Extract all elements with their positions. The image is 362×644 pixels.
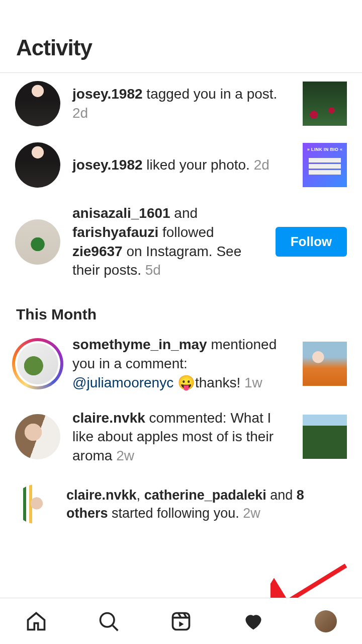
activity-text: anisazali_1601 and farishyafauzi followe…	[72, 204, 263, 280]
timestamp: 2d	[72, 105, 88, 121]
timestamp: 1w	[244, 375, 262, 390]
activity-row[interactable]: somethyme_in_may mentioned you in a comm…	[0, 327, 362, 400]
svg-rect-3	[173, 613, 190, 629]
timestamp: 2w	[116, 448, 134, 463]
mention-link[interactable]: @juliamoorenyc	[72, 375, 173, 390]
post-thumbnail[interactable]	[303, 342, 347, 386]
reels-icon[interactable]	[169, 609, 193, 633]
avatar[interactable]	[15, 81, 60, 126]
bottom-nav	[0, 598, 362, 644]
username[interactable]: farishyafauzi	[72, 224, 158, 240]
search-icon[interactable]	[97, 609, 121, 633]
svg-line-2	[113, 625, 118, 630]
username[interactable]: zie9637	[72, 244, 123, 259]
svg-point-1	[101, 613, 115, 627]
avatar[interactable]	[15, 414, 60, 459]
username[interactable]: claire.nvkk	[72, 410, 145, 426]
username[interactable]: claire.nvkk	[66, 488, 137, 503]
avatar[interactable]	[15, 341, 60, 386]
activity-row[interactable]: anisazali_1601 and farishyafauzi followe…	[0, 196, 362, 288]
activity-row[interactable]: josey.1982 liked your photo. 2d	[0, 134, 362, 196]
avatar[interactable]	[15, 219, 60, 265]
username[interactable]: josey.1982	[72, 86, 143, 102]
activity-text: claire.nvkk, catherine_padaleki and 8 ot…	[66, 486, 347, 523]
timestamp: 2w	[243, 506, 260, 521]
activity-text: somethyme_in_may mentioned you in a comm…	[72, 335, 291, 392]
activity-text: josey.1982 tagged you in a post. 2d	[72, 85, 291, 123]
username[interactable]: somethyme_in_may	[72, 337, 207, 352]
post-thumbnail[interactable]	[303, 82, 347, 126]
username[interactable]: catherine_padaleki	[144, 488, 266, 503]
activity-text: josey.1982 liked your photo. 2d	[72, 155, 291, 175]
timestamp: 5d	[145, 262, 161, 278]
page-title: Activity	[0, 0, 362, 72]
emoji: 😛	[177, 375, 195, 390]
home-icon[interactable]	[24, 609, 48, 633]
activity-feed: josey.1982 tagged you in a post. 2d jose…	[0, 73, 362, 532]
post-thumbnail[interactable]	[303, 143, 347, 187]
post-thumbnail[interactable]	[303, 415, 347, 459]
activity-text: claire.nvkk commented: What I like about…	[72, 409, 291, 465]
activity-row[interactable]: claire.nvkk, catherine_padaleki and 8 ot…	[0, 473, 362, 532]
profile-avatar[interactable]	[314, 609, 338, 633]
username[interactable]: josey.1982	[72, 157, 143, 173]
activity-row[interactable]: claire.nvkk commented: What I like about…	[0, 400, 362, 473]
activity-row[interactable]: josey.1982 tagged you in a post. 2d	[0, 73, 362, 134]
activity-icon[interactable]	[241, 609, 265, 633]
section-header: This Month	[0, 288, 362, 327]
avatar[interactable]	[15, 142, 60, 188]
follow-button[interactable]: Follow	[276, 227, 347, 257]
avatar[interactable]	[15, 485, 54, 524]
timestamp: 2d	[254, 157, 269, 173]
username[interactable]: anisazali_1601	[72, 205, 170, 221]
